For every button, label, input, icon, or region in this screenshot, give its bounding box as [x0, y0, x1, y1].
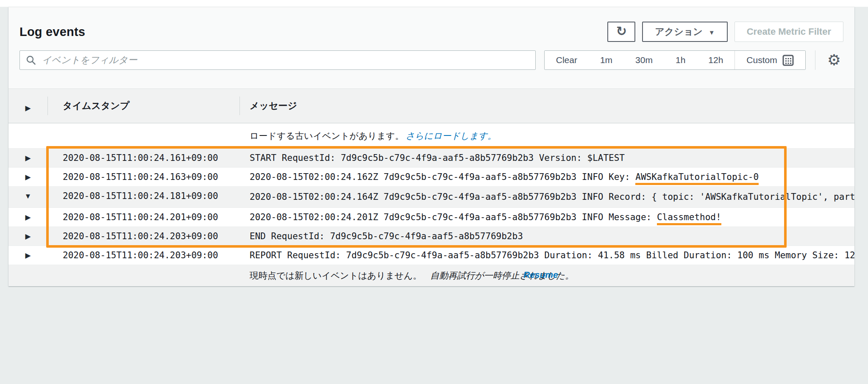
log-timestamp: 2020-08-15T11:00:24.181+09:00 — [47, 187, 239, 207]
time-range-1m-button[interactable]: 1m — [589, 51, 624, 69]
filter-row: Clear 1m 30m 1h 12h Custom ⚙ — [8, 50, 854, 70]
expand-row-button[interactable]: ▶ — [25, 251, 31, 260]
log-message: REPORT RequestId: 7d9c9c5b-c79c-4f9a-aaf… — [239, 246, 854, 265]
search-icon — [26, 55, 36, 66]
log-message: 2020-08-15T02:00:24.162Z 7d9c9c5b-c79c-4… — [239, 168, 854, 186]
create-metric-filter-button[interactable]: Create Metric Filter — [734, 22, 843, 42]
expand-arrow-icon: ▶ — [25, 232, 31, 240]
expand-arrow-icon: ▶ — [25, 154, 31, 162]
log-timestamp: 2020-08-15T11:00:24.203+09:00 — [47, 246, 239, 265]
expand-arrow-icon: ▶ — [25, 213, 31, 221]
expand-arrow-icon: ▶ — [25, 251, 31, 260]
load-older-events-row: ロードする古いイベントがあります。 さらにロードします。 — [8, 123, 854, 148]
log-row-end[interactable]: ▶ 2020-08-15T11:00:24.203+09:00 END Requ… — [8, 227, 854, 246]
expand-row-button[interactable]: ▶ — [25, 173, 31, 182]
expand-row-button[interactable]: ▶ — [25, 213, 31, 222]
time-range-custom-label: Custom — [746, 55, 777, 65]
time-range-custom-button[interactable]: Custom — [734, 51, 805, 69]
expand-row-button[interactable]: ▶ — [25, 154, 31, 163]
resume-link[interactable]: Resume — [523, 270, 558, 280]
collapse-row-button[interactable]: ▼ — [25, 192, 32, 201]
column-header-timestamp: タイムスタンプ — [63, 99, 130, 112]
annotated-log-group: ▶ 2020-08-15T11:00:24.161+09:00 START Re… — [8, 148, 854, 246]
calendar-icon — [782, 55, 794, 66]
log-timestamp: 2020-08-15T11:00:24.201+09:00 — [47, 208, 239, 227]
actions-menu-button[interactable]: アクション ▼ — [642, 22, 727, 42]
table-header-row: ▶ タイムスタンプ メッセージ — [8, 88, 854, 123]
log-row-message[interactable]: ▶ 2020-08-15T11:00:24.201+09:00 2020-08-… — [8, 207, 854, 227]
column-header-message: メッセージ — [250, 99, 297, 112]
highlighted-text: AWSKafkaTutorialTopic-0 — [635, 172, 759, 185]
gear-icon: ⚙ — [827, 51, 841, 69]
log-timestamp: 2020-08-15T11:00:24.203+09:00 — [47, 227, 239, 246]
no-new-events-row: 現時点では新しいイベントはありません。 自動再試行が一時停止されました。 Res… — [8, 265, 854, 286]
expand-all-arrow-icon: ▶ — [25, 104, 31, 112]
caret-down-icon: ▼ — [709, 29, 715, 36]
time-range-control: Clear 1m 30m 1h 12h Custom — [544, 50, 806, 70]
log-message: 2020-08-15T02:00:24.201Z 7d9c9c5b-c79c-4… — [239, 208, 854, 227]
event-filter-input[interactable] — [19, 50, 536, 70]
log-row-record-expanded[interactable]: ▼ 2020-08-15T11:00:24.181+09:00 2020-08-… — [8, 186, 854, 207]
load-older-text: ロードする古いイベントがあります。 — [250, 131, 404, 141]
highlighted-text: Classmethod! — [657, 212, 721, 225]
log-message: START RequestId: 7d9c9c5b-c79c-4f9a-aaf5… — [239, 149, 854, 167]
log-row-key[interactable]: ▶ 2020-08-15T11:00:24.163+09:00 2020-08-… — [8, 167, 854, 186]
page-top-strip — [0, 0, 868, 7]
log-message-expanded: 2020-08-15T02:00:24.164Z 7d9c9c5b-c79c-4… — [239, 187, 854, 207]
no-new-events-text: 現時点では新しいイベントはありません。 — [250, 271, 422, 280]
load-more-link[interactable]: さらにロードします。 — [406, 131, 496, 141]
time-range-1h-button[interactable]: 1h — [664, 51, 697, 69]
log-events-table: ▶ タイムスタンプ メッセージ ロードする古いイベントがあります。 さらにロード… — [8, 88, 854, 286]
log-row-start[interactable]: ▶ 2020-08-15T11:00:24.161+09:00 START Re… — [8, 148, 854, 167]
settings-gear-button[interactable]: ⚙ — [825, 52, 843, 68]
header-actions: ↻ アクション ▼ Create Metric Filter — [607, 22, 843, 42]
page-title: Log events — [19, 25, 85, 39]
log-message: END RequestId: 7d9c9c5b-c79c-4f9a-aaf5-a… — [239, 227, 854, 246]
log-timestamp: 2020-08-15T11:00:24.161+09:00 — [47, 149, 239, 167]
expand-row-button[interactable]: ▶ — [25, 232, 31, 241]
expand-all-button[interactable]: ▶ — [25, 104, 31, 113]
refresh-button[interactable]: ↻ — [607, 22, 635, 42]
toolbar-divider — [815, 50, 815, 70]
actions-menu-label: アクション — [655, 25, 703, 38]
panel-header: Log events ↻ アクション ▼ Create Metric Filte… — [8, 7, 854, 50]
collapse-arrow-icon: ▼ — [25, 192, 32, 200]
time-range-clear-button[interactable]: Clear — [545, 51, 589, 69]
log-timestamp: 2020-08-15T11:00:24.163+09:00 — [47, 168, 239, 186]
refresh-icon: ↻ — [616, 25, 627, 38]
log-row-report[interactable]: ▶ 2020-08-15T11:00:24.203+09:00 REPORT R… — [8, 246, 854, 265]
time-range-30m-button[interactable]: 30m — [624, 51, 664, 69]
log-events-panel: Log events ↻ アクション ▼ Create Metric Filte… — [8, 7, 854, 286]
expand-arrow-icon: ▶ — [25, 173, 31, 181]
time-range-12h-button[interactable]: 12h — [697, 51, 734, 69]
event-filter-search-box — [19, 50, 536, 70]
